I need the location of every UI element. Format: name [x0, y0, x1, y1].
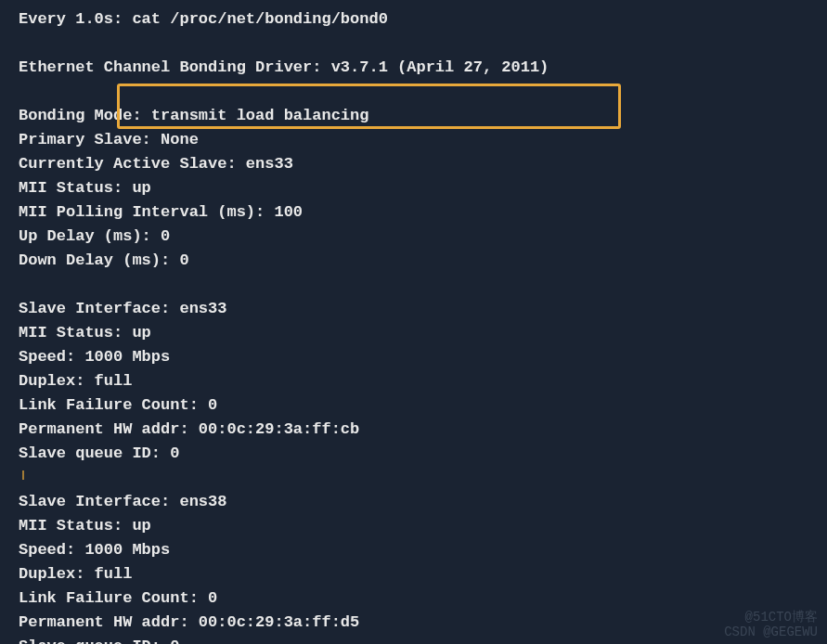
- mii-polling-line: MII Polling Interval (ms): 100: [19, 200, 808, 225]
- slave2-link-failure-line: Link Failure Count: 0: [19, 586, 808, 611]
- watermark-text-2: CSDN @GEGEWU: [724, 623, 818, 642]
- slave2-speed-line: Speed: 1000 Mbps: [19, 538, 808, 562]
- slave1-mii-status-line: MII Status: up: [19, 321, 808, 345]
- slave1-speed-line: Speed: 1000 Mbps: [19, 345, 808, 369]
- primary-slave-line: Primary Slave: None: [19, 128, 808, 152]
- mii-status-line: MII Status: up: [19, 176, 808, 200]
- slave2-interface-line: Slave Interface: ens38: [19, 490, 808, 514]
- slave1-link-failure-line: Link Failure Count: 0: [19, 393, 808, 418]
- driver-version-line: Ethernet Channel Bonding Driver: v3.7.1 …: [19, 56, 808, 80]
- blank-line: [19, 32, 808, 56]
- down-delay-line: Down Delay (ms): 0: [19, 249, 808, 273]
- cursor-mark: |: [20, 469, 26, 483]
- watch-command-line: Every 1.0s: cat /proc/net/bonding/bond0: [19, 7, 808, 32]
- slave2-duplex-line: Duplex: full: [19, 562, 808, 586]
- blank-line: [19, 80, 808, 104]
- slave2-hw-addr-line: Permanent HW addr: 00:0c:29:3a:ff:d5: [19, 611, 808, 635]
- slave1-interface-line: Slave Interface: ens33: [19, 297, 808, 321]
- slave1-queue-id-line: Slave queue ID: 0: [19, 442, 808, 466]
- blank-line: [19, 273, 808, 297]
- bonding-mode-line: Bonding Mode: transmit load balancing: [19, 104, 808, 128]
- slave1-duplex-line: Duplex: full: [19, 369, 808, 393]
- active-slave-line: Currently Active Slave: ens33: [19, 152, 808, 176]
- blank-line: [19, 466, 808, 490]
- slave2-mii-status-line: MII Status: up: [19, 514, 808, 538]
- slave1-hw-addr-line: Permanent HW addr: 00:0c:29:3a:ff:cb: [19, 418, 808, 442]
- up-delay-line: Up Delay (ms): 0: [19, 225, 808, 249]
- terminal-output: Every 1.0s: cat /proc/net/bonding/bond0 …: [19, 7, 808, 644]
- slave2-queue-id-line: Slave queue ID: 0: [19, 635, 808, 644]
